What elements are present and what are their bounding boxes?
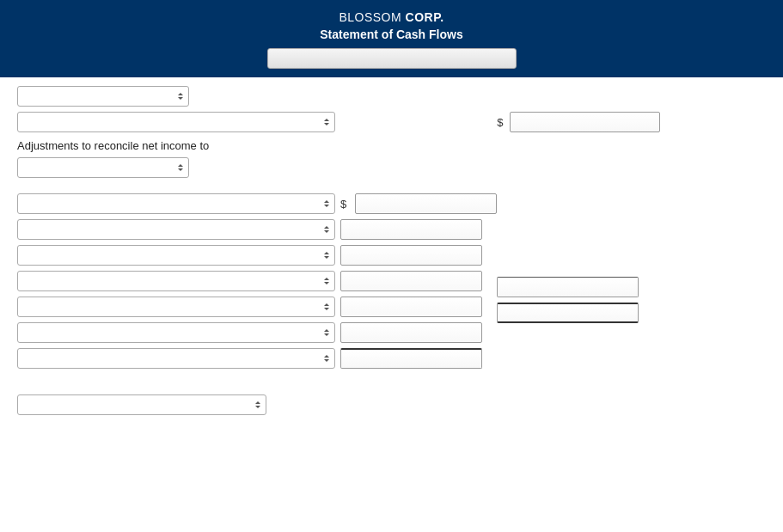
adj-input-2[interactable] [340,219,482,240]
right-dollar-label: $ [497,116,503,129]
right-top-dollar-row: $ [497,112,660,132]
content-area: Adjustments to reconcile net income to $ [0,77,783,437]
adj-row-1: $ [17,193,497,214]
right-totals [497,277,639,323]
adj-sub-select[interactable] [17,157,189,178]
period-select[interactable] [267,48,517,69]
company-name: BLOSSOM CORP. [9,10,774,24]
adj-dollar-label: $ [340,198,346,211]
adj-select-2[interactable] [17,219,335,240]
header: BLOSSOM CORP. Statement of Cash Flows [0,0,783,77]
page-title: Statement of Cash Flows [9,28,774,41]
row-top-2 [17,112,497,132]
bottom-select-row [17,394,497,415]
company-name-normal: BLOSSOM [339,10,405,24]
adj-input-5[interactable] [340,297,482,317]
row-adj-sub [17,157,497,178]
adj-row-7 [17,348,497,369]
adj-input-4[interactable] [340,271,482,291]
adj-row-4 [17,271,497,291]
adj-select-7[interactable] [17,348,335,369]
adj-row-3 [17,245,497,266]
page-wrapper: BLOSSOM CORP. Statement of Cash Flows [0,0,783,532]
adj-row-6 [17,322,497,343]
adj-input-7[interactable] [340,348,482,369]
adj-block: $ [17,193,497,369]
adj-input-6[interactable] [340,322,482,343]
top-right-input[interactable] [510,112,660,132]
top-select-2[interactable] [17,112,335,132]
adj-select-3[interactable] [17,245,335,266]
adj-row-2 [17,219,497,240]
adj-select-5[interactable] [17,297,335,317]
left-column: Adjustments to reconcile net income to $ [17,86,497,420]
adj-select-1[interactable] [17,193,335,214]
header-dropdown-row [9,48,774,69]
adj-select-6[interactable] [17,322,335,343]
right-column: $ [497,86,766,420]
adj-select-4[interactable] [17,271,335,291]
main-layout: Adjustments to reconcile net income to $ [17,86,766,420]
right-total-input-1[interactable] [497,277,639,297]
adj-row-5 [17,297,497,317]
right-total-input-2[interactable] [497,303,639,323]
adj-input-1[interactable] [355,193,497,214]
row-top-1 [17,86,497,107]
top-select-1[interactable] [17,86,189,107]
bottom-select[interactable] [17,394,266,415]
company-name-bold: CORP. [406,10,444,24]
adjustments-label: Adjustments to reconcile net income to [17,139,497,152]
adj-input-3[interactable] [340,245,482,266]
